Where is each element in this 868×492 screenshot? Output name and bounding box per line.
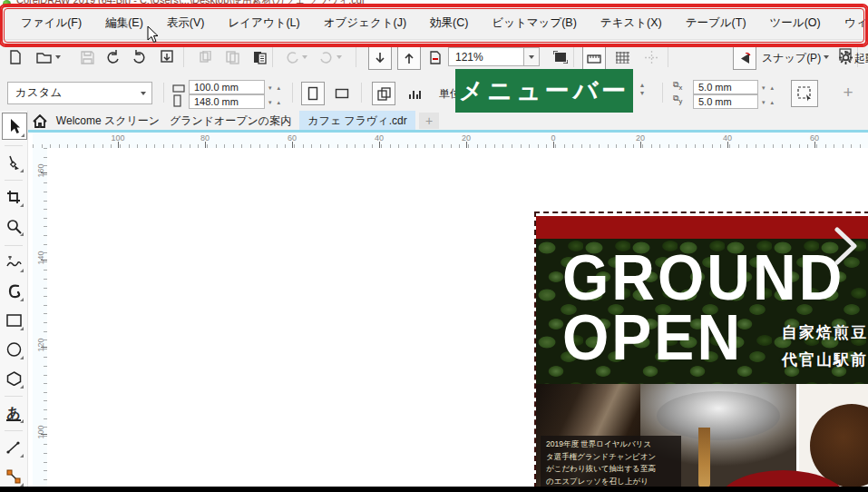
tab-grand-open-guide[interactable]: グランドオープンの案内 (169, 111, 292, 131)
toolbox-separator (5, 145, 23, 146)
text-tool[interactable]: あ (2, 401, 25, 425)
rectangle-tool[interactable] (2, 309, 25, 332)
toolbox-separator (5, 396, 23, 397)
vruler-label: 100 (36, 425, 45, 438)
show-rulers-icon[interactable] (582, 46, 606, 70)
undo-history-caret[interactable] (299, 46, 310, 68)
export-icon[interactable] (397, 46, 421, 70)
snap-to-icon[interactable] (733, 46, 756, 70)
menu-bar-annotation-badge: メニューバー (455, 69, 633, 113)
propbar-separator (361, 83, 362, 103)
propbar-separator (662, 83, 663, 103)
home-icon[interactable] (31, 111, 49, 131)
text-tool-glyph: あ (6, 406, 20, 421)
open-dropdown-caret[interactable] (53, 46, 63, 68)
toolbar-separator (356, 47, 356, 67)
menu-layout[interactable]: レイアウト(L) (216, 10, 311, 36)
flyer-top-red-band (536, 216, 868, 239)
new-document-icon[interactable] (4, 46, 25, 68)
current-page-settings-button[interactable] (372, 82, 395, 105)
duplicate-y-value: 5.0 mm (698, 96, 732, 107)
flyer-document[interactable]: GROUND OPEN 自家焙煎豆 代官山駅前に 2019年度 世界ロイヤルバリ… (534, 212, 868, 488)
ellipse-tool[interactable] (2, 338, 25, 361)
toolbar-separator (183, 47, 184, 67)
toolbox-separator (5, 245, 23, 246)
pick-tool[interactable] (2, 113, 27, 140)
import-icon[interactable] (368, 46, 392, 70)
toolbox-separator (5, 180, 23, 181)
tab-welcome-screen[interactable]: Welcome スクリーン (54, 111, 161, 131)
menu-effects[interactable]: 効果(C) (418, 10, 480, 36)
all-pages-settings-button[interactable] (403, 82, 426, 105)
publish-pdf-icon[interactable] (424, 46, 446, 68)
menu-view[interactable]: 表示(V) (155, 10, 217, 36)
page-width-spinner[interactable]: ▾ ▴ (268, 84, 282, 92)
menu-tools[interactable]: ツール(O) (758, 10, 833, 36)
snap-label[interactable]: スナップ(P) (762, 51, 821, 66)
open-icon[interactable] (33, 46, 54, 68)
zoom-tool[interactable] (2, 214, 25, 238)
duplicate-distance-y-field[interactable]: 5.0 mm (693, 94, 758, 109)
duplicate-x-spinner[interactable]: ▾ ▴ (762, 84, 775, 92)
show-grid-icon[interactable] (611, 46, 633, 68)
show-guidelines-icon[interactable] (640, 46, 662, 68)
units-spinner[interactable]: ▴▾ (640, 81, 644, 97)
flyer-caption-box: 2019年度 世界ロイヤルバリス タ選手権グランドチャンピオン がこだわり抜いて… (541, 436, 681, 488)
portrait-orientation-button[interactable] (301, 82, 325, 105)
caption-line: 2019年度 世界ロイヤルバリス (546, 438, 676, 451)
flyer-subtext-line1: 自家焙煎豆 (782, 322, 868, 343)
snap-caret[interactable] (821, 46, 832, 68)
page-width-field[interactable]: 100.0 mm (189, 80, 265, 94)
menu-file[interactable]: ファイル(F) (9, 10, 93, 36)
tab-cafe-flavi-active[interactable]: カフェ フラヴィ.cdr (299, 111, 415, 131)
polygon-tool[interactable] (2, 367, 25, 390)
print-icon[interactable] (156, 46, 178, 68)
paste-icon[interactable] (249, 46, 270, 68)
page-height-spinner[interactable]: ▾ ▴ (268, 99, 282, 106)
page-size-preset-value: カスタム (15, 85, 62, 101)
document-tab-bar: Welcome スクリーン グランドオープンの案内 カフェ フラヴィ.cdr + (27, 111, 868, 133)
connector-tool[interactable] (2, 465, 25, 488)
page-size-preset-combo[interactable]: カスタム (7, 82, 152, 104)
new-tab-button[interactable]: + (419, 113, 439, 129)
fullscreen-preview-icon[interactable] (550, 46, 571, 68)
next-page-chevron-icon[interactable] (834, 226, 859, 266)
menu-object[interactable]: オブジェクト(J) (312, 10, 418, 36)
redo-history-caret[interactable] (334, 46, 345, 68)
page-height-icon (172, 94, 182, 111)
zoom-level-combo[interactable]: 121% (448, 47, 524, 66)
landscape-orientation-button[interactable] (330, 82, 354, 105)
artistic-media-tool[interactable] (2, 280, 25, 303)
window-title: CorelDRAW 2019 (64-Bit) - C:\Users\...\D… (16, 0, 366, 7)
propbar-separator (163, 83, 164, 103)
freehand-tool[interactable] (2, 251, 25, 274)
copy-icon[interactable] (221, 46, 243, 68)
save-icon[interactable] (76, 46, 98, 68)
title-bar: CorelDRAW 2019 (64-Bit) - C:\Users\...\D… (0, 0, 868, 7)
duplicate-y-spinner[interactable]: ▾ ▴ (762, 99, 775, 106)
horizontal-ruler[interactable]: 100 80 60 40 20 0 20 40 60 (33, 133, 868, 149)
page-height-field[interactable]: 148.0 mm (189, 94, 265, 109)
duplicate-x-value: 5.0 mm (698, 82, 732, 93)
shape-tool[interactable] (2, 151, 25, 174)
launch-icon[interactable] (839, 48, 853, 65)
coreldraw-logo-icon (3, 0, 11, 7)
menu-window[interactable]: ウィンドウ(W) (833, 10, 868, 36)
zoom-level-caret[interactable] (524, 47, 540, 66)
vertical-ruler[interactable]: 160 140 120 100 (33, 148, 48, 487)
menu-bitmaps[interactable]: ビットマップ(B) (480, 10, 588, 36)
undo-icon[interactable] (102, 46, 123, 68)
duplicate-distance-y-icon: ⧉y (673, 93, 682, 105)
menu-edit[interactable]: 編集(E) (93, 10, 155, 36)
launch-label[interactable]: 起動 (854, 51, 868, 66)
menu-text[interactable]: テキスト(X) (589, 10, 674, 36)
cut-icon[interactable] (194, 46, 216, 68)
treat-as-filled-button[interactable] (791, 80, 818, 107)
menu-table[interactable]: テーブル(T) (674, 10, 758, 36)
propbar-add-button[interactable]: + (836, 81, 860, 104)
duplicate-distance-x-field[interactable]: 5.0 mm (693, 80, 758, 94)
crop-tool[interactable] (2, 185, 25, 209)
redo-icon[interactable] (129, 46, 151, 68)
drawing-canvas[interactable]: GROUND OPEN 自家焙煎豆 代官山駅前に 2019年度 世界ロイヤルバリ… (47, 148, 868, 487)
dimension-tool[interactable] (2, 436, 25, 459)
